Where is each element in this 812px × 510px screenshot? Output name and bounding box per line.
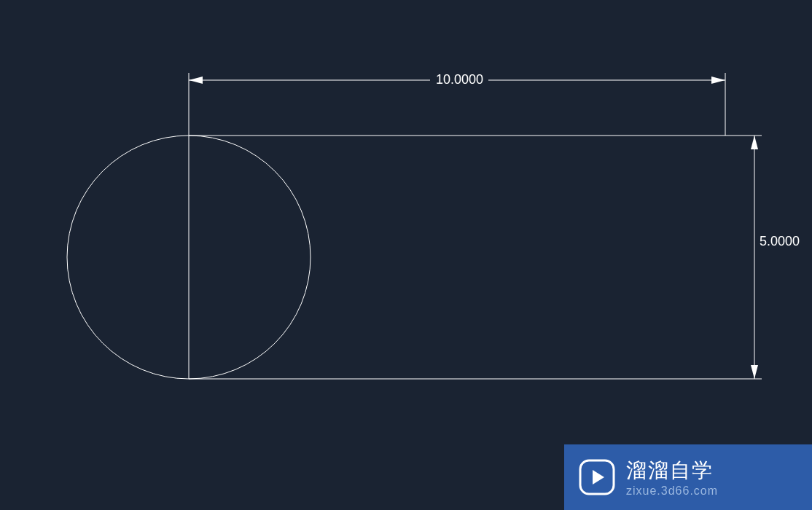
watermark-url: zixue.3d66.com (626, 484, 718, 498)
vertical-dimension: 5.0000 (725, 136, 808, 379)
svg-marker-3 (189, 76, 203, 84)
watermark-badge: 溜溜自学 zixue.3d66.com (564, 444, 812, 510)
watermark-title: 溜溜自学 (626, 457, 718, 484)
svg-marker-4 (711, 76, 725, 84)
vertical-dimension-value: 5.0000 (760, 234, 800, 248)
horizontal-dimension-value: 10.0000 (436, 72, 483, 87)
svg-marker-10 (751, 365, 758, 379)
svg-marker-9 (751, 136, 758, 149)
horizontal-dimension: 10.0000 (189, 69, 725, 136)
cad-drawing-canvas: 10.0000 5.0000 (0, 0, 812, 510)
play-circle-icon (579, 459, 615, 495)
svg-marker-13 (593, 470, 604, 484)
